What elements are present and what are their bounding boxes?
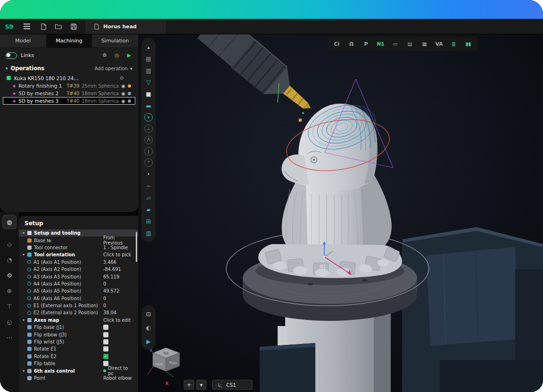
operation-output-icon[interactable]: ◉ — [121, 91, 125, 96]
stock-icon[interactable]: ▥ — [143, 65, 154, 76]
app-logo[interactable]: S9 — [0, 23, 18, 30]
shading-icon[interactable]: ◐ — [143, 322, 154, 333]
setup-row-axes-map[interactable]: ▾Axes mapClick to edit — [19, 317, 138, 324]
gauge-icon[interactable]: ◔ — [3, 253, 16, 266]
save-file-icon[interactable] — [66, 19, 81, 34]
more-options-icon[interactable]: ⋯ — [3, 331, 16, 343]
add-operation-button[interactable]: Add operation ▾ — [94, 66, 132, 71]
operation-name: 5D by meshes 2 — [18, 90, 66, 96]
setup-row-a2-axis-a2-position[interactable]: A2 (Axis A2 Position)-84.691 — [19, 266, 138, 273]
tooling-icon[interactable]: ⊤ — [3, 300, 16, 312]
setup-row-base[interactable]: Base №From Previous — [19, 237, 138, 244]
setup-scrollbar[interactable] — [136, 232, 137, 262]
surface-icon[interactable]: ▰ — [143, 204, 154, 215]
setup-row-label: A6 (Axis A6 Position) — [33, 296, 103, 301]
document-tab[interactable]: Horus head — [86, 19, 165, 34]
viewport-3d[interactable]: N1 Top Front Right Z X — [138, 34, 543, 392]
mesh-grid-icon[interactable]: ⊞ — [143, 216, 154, 227]
left-sidebar: ◍◇◔⚙⊕⊤◵⋯ — [0, 212, 19, 392]
row-icon — [27, 304, 31, 308]
plane-icon[interactable]: ▱ — [143, 192, 154, 203]
fixture-display-icon[interactable]: ▤ — [403, 38, 417, 49]
links-toggle[interactable] — [6, 52, 17, 59]
setup-row-a5-axis-a5-position[interactable]: A5 (Axis A5 Position)49.572 — [19, 287, 138, 294]
setup-row-a3-axis-a3-position[interactable]: A3 (Axis A3 Position)65.119 — [19, 273, 138, 280]
filter-circle-icon[interactable]: ▾ — [144, 113, 153, 122]
axes-display-icon[interactable]: VA — [432, 38, 446, 49]
history-icon[interactable]: ◵ — [3, 316, 16, 328]
scroll-up-icon[interactable]: ▴ — [143, 41, 154, 52]
workpiece-solid-icon[interactable]: ■ — [143, 89, 154, 99]
tab-model[interactable]: Model — [0, 34, 46, 48]
setup-row-value: Click to edit — [103, 318, 134, 323]
dot-icon[interactable]: • — [143, 169, 154, 180]
setup-row-6th-axis-control[interactable]: ▾6th axis controlDirect to pc — [19, 367, 138, 374]
setup-row-flip-base-j1[interactable]: Flip base (J1) — [19, 324, 138, 331]
links-target-icon[interactable]: ◎ — [114, 52, 120, 58]
setup-row-a6-axis-a6-position[interactable]: A6 (Axis A6 Position)0 — [19, 295, 138, 302]
tab-machining[interactable]: Machining — [46, 34, 92, 48]
settings-gear-icon[interactable]: ⚙ — [3, 269, 16, 281]
setup-row-e1-external-axis-1-position[interactable]: E1 (External axis 1 Position)0 — [19, 302, 138, 309]
workplane-icon[interactable]: ▥ — [143, 228, 154, 238]
holder-icon[interactable]: ▽ — [143, 77, 154, 88]
tool-circle-icon[interactable]: ⊥ — [144, 124, 153, 133]
links-settings-gear-icon[interactable]: ⚙ — [101, 52, 108, 58]
curve-icon[interactable]: ~ — [143, 180, 154, 191]
workpiece-display-icon[interactable]: ▭ — [388, 38, 402, 49]
collapse-minus-icon[interactable]: ⊖ — [120, 75, 124, 81]
viewport-scene[interactable]: N1 Top Front Right Z X — [138, 34, 543, 392]
j-circle-icon[interactable]: J — [144, 147, 153, 155]
setup-row-e2-external-axis-2-position[interactable]: E2 (External axis 2 Position)38.04 — [19, 309, 138, 316]
model-view-icon[interactable]: ◍ — [2, 215, 16, 229]
grid-display-icon[interactable]: ▦ — [418, 38, 431, 49]
cs-dropdown-button[interactable]: ▾ — [196, 380, 206, 390]
setup-row-a1-axis-a1-position[interactable]: A1 (Axis A1 Position)3.466 — [19, 259, 138, 266]
workpiece-icon[interactable]: ◇ — [3, 238, 16, 250]
checkbox[interactable] — [103, 332, 108, 337]
operation-row-5d-by-meshes-3[interactable]: ◆5D by meshes 3T#4018mm Spherica◉ — [3, 97, 135, 105]
setup-row-a4-axis-a4-position[interactable]: A4 (Axis A4 Position)0 — [19, 280, 138, 287]
rotate-view-icon[interactable]: ▶ — [143, 336, 154, 347]
tab-simulation[interactable]: Simulation — [92, 34, 138, 48]
stats-display-icon[interactable]: ▮▮ — [461, 38, 475, 49]
setup-row-value-text: 0 — [103, 303, 106, 308]
operation-output-icon[interactable]: ◉ — [121, 83, 125, 89]
setup-row-flip-elbow-j3[interactable]: Flip elbow (J3) — [19, 331, 138, 338]
operation-name: Rotary finishing 1 — [18, 83, 66, 89]
links-run-icon[interactable]: ▶ — [126, 52, 132, 58]
checkbox[interactable] — [103, 325, 108, 330]
snap-magnet-icon[interactable]: Ω — [345, 38, 358, 49]
transform-icon[interactable]: ⊕ — [3, 285, 16, 297]
checkbox[interactable] — [103, 339, 108, 344]
collision-check-icon[interactable]: Ci — [330, 38, 344, 49]
new-file-icon[interactable] — [36, 19, 51, 34]
chevron-down-icon: ▾ — [23, 369, 27, 373]
post-processor-icon[interactable]: ▤ — [143, 53, 154, 64]
machine-n1-icon[interactable]: N1 — [374, 38, 387, 49]
setup-row-tool-orientation[interactable]: ▾Tool orientationClick to pick — [19, 251, 138, 258]
setup-row-tool-connector[interactable]: Tool connector1 - Spindle — [19, 244, 138, 251]
coordinate-system-selector[interactable]: CS1 — [212, 380, 253, 390]
main-menu-icon[interactable] — [24, 26, 30, 27]
probe-flag-icon[interactable]: P — [359, 38, 373, 49]
setup-row-point[interactable]: PointRobot elbow — [19, 375, 138, 382]
operation-row-5d-by-meshes-2[interactable]: ◆5D by meshes 2T#4018mm Spherica◉ — [3, 90, 135, 97]
operation-output-icon[interactable]: ◉ — [121, 98, 125, 104]
setup-row-rotate-e2[interactable]: Rotate E2✓ — [19, 353, 138, 360]
checkbox[interactable] — [103, 346, 108, 351]
add-cs-button[interactable]: + — [184, 380, 194, 390]
cs-axes-icon — [217, 382, 223, 388]
setup-row-flip-wrist-j5[interactable]: Flip wrist (J5) — [19, 338, 138, 345]
fit-view-icon[interactable]: ⊡ — [143, 309, 154, 319]
checkbox[interactable]: ✓ — [103, 354, 108, 359]
star-circle-icon[interactable]: * — [144, 158, 153, 167]
setup-row-rotate-e1[interactable]: Rotate E1 — [19, 345, 138, 352]
layers-display-icon[interactable]: ≣ — [447, 38, 461, 49]
a-circle-icon[interactable]: A — [144, 136, 153, 144]
stock-cylinder-icon[interactable]: ▬ — [143, 100, 154, 111]
operation-row-rotary-finishing-1[interactable]: ◆Rotary finishing 1T#3925mm Spherica◉ — [3, 82, 135, 90]
open-file-icon[interactable] — [51, 19, 66, 34]
machine-tree-row[interactable]: Kuka KR150 180 210 24... ⊖ — [0, 74, 138, 82]
row-icon — [27, 245, 32, 250]
